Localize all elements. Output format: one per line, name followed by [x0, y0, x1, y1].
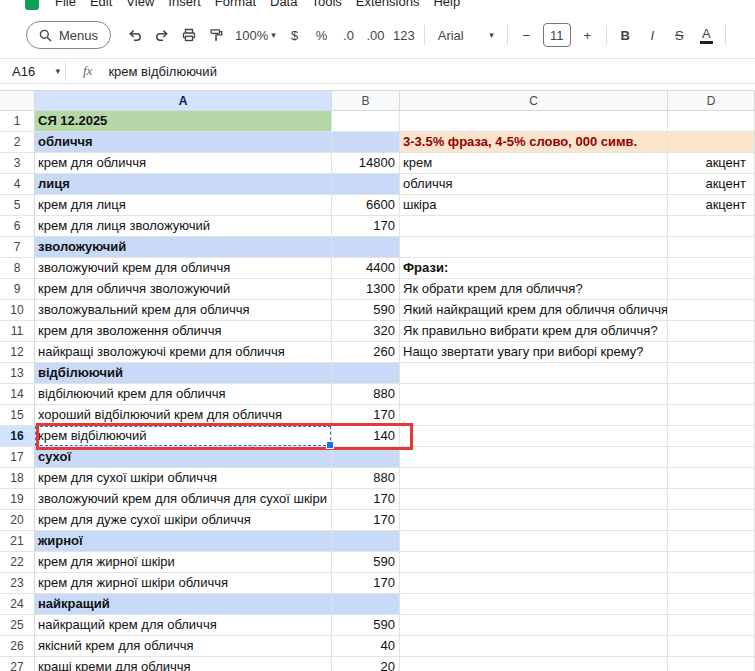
- cell-c9[interactable]: Як обрати крем для обличчя?: [400, 279, 668, 300]
- cell-a5[interactable]: крем для лиця: [35, 195, 332, 216]
- cell-a1[interactable]: СЯ 12.2025: [35, 111, 332, 132]
- font-size-input[interactable]: 11: [543, 23, 571, 47]
- row-header-24[interactable]: 24: [0, 594, 35, 615]
- menu-extensions[interactable]: Extensions: [349, 0, 427, 9]
- cell-b7[interactable]: [332, 237, 400, 258]
- cell-c4[interactable]: обличчя: [400, 174, 668, 195]
- row-header-18[interactable]: 18: [0, 468, 35, 489]
- cell-c5[interactable]: шкіра: [400, 195, 668, 216]
- cell-b13[interactable]: [332, 363, 400, 384]
- italic-button[interactable]: I: [639, 21, 666, 49]
- cell-b17[interactable]: [332, 447, 400, 468]
- cell-d7[interactable]: [668, 237, 755, 258]
- cell-b6[interactable]: 170: [332, 216, 400, 237]
- cell-a22[interactable]: крем для жирної шкіри: [35, 552, 332, 573]
- cell-d6[interactable]: [668, 216, 755, 237]
- cell-c6[interactable]: [400, 216, 668, 237]
- row-header-9[interactable]: 9: [0, 279, 35, 300]
- cell-a26[interactable]: якісний крем для обличчя: [35, 636, 332, 657]
- cell-d20[interactable]: [668, 510, 755, 531]
- redo-button[interactable]: [148, 21, 175, 49]
- row-header-23[interactable]: 23: [0, 573, 35, 594]
- row-header-15[interactable]: 15: [0, 405, 35, 426]
- cell-a15[interactable]: хороший відбілюючий крем для обличчя: [35, 405, 332, 426]
- menu-insert[interactable]: Insert: [161, 0, 208, 9]
- cell-d19[interactable]: [668, 489, 755, 510]
- font-family-select[interactable]: Arial ▾: [430, 21, 502, 49]
- paint-format-button[interactable]: [202, 21, 229, 49]
- row-header-12[interactable]: 12: [0, 342, 35, 363]
- more-formats-button[interactable]: 123: [389, 21, 419, 49]
- cell-a9[interactable]: крем для обличчя зволожуючий: [35, 279, 332, 300]
- cell-d24[interactable]: [668, 594, 755, 615]
- row-header-5[interactable]: 5: [0, 195, 35, 216]
- row-header-6[interactable]: 6: [0, 216, 35, 237]
- row-header-7[interactable]: 7: [0, 237, 35, 258]
- cell-a14[interactable]: відбілюючий крем для обличчя: [35, 384, 332, 405]
- cell-b27[interactable]: 20: [332, 657, 400, 671]
- cell-b12[interactable]: 260: [332, 342, 400, 363]
- sheets-logo-icon[interactable]: [25, 0, 39, 10]
- cell-d11[interactable]: [668, 321, 755, 342]
- cell-c15[interactable]: [400, 405, 668, 426]
- cell-d4[interactable]: акцент: [668, 174, 755, 195]
- cell-b18[interactable]: 880: [332, 468, 400, 489]
- cell-a18[interactable]: крем для сухої шкіри обличчя: [35, 468, 332, 489]
- cell-b10[interactable]: 590: [332, 300, 400, 321]
- menu-file[interactable]: File: [48, 0, 83, 9]
- cell-d22[interactable]: [668, 552, 755, 573]
- cell-c17[interactable]: [400, 447, 668, 468]
- cell-b4[interactable]: [332, 174, 400, 195]
- cell-b16[interactable]: 140: [332, 426, 400, 447]
- cell-d2[interactable]: [668, 132, 755, 153]
- row-header-17[interactable]: 17: [0, 447, 35, 468]
- menu-data[interactable]: Data: [263, 0, 304, 9]
- cell-d10[interactable]: [668, 300, 755, 321]
- cell-b9[interactable]: 1300: [332, 279, 400, 300]
- increase-decimal-button[interactable]: .00: [362, 21, 389, 49]
- cell-b11[interactable]: 320: [332, 321, 400, 342]
- cell-c26[interactable]: [400, 636, 668, 657]
- cell-a7[interactable]: зволожуючий: [35, 237, 332, 258]
- column-header-a[interactable]: A: [35, 90, 332, 111]
- cell-d21[interactable]: [668, 531, 755, 552]
- cell-b2[interactable]: [332, 132, 400, 153]
- cell-a12[interactable]: найкращі зволожуючі креми для обличчя: [35, 342, 332, 363]
- cell-c14[interactable]: [400, 384, 668, 405]
- name-box[interactable]: A16 ▾: [0, 64, 60, 79]
- cell-b26[interactable]: 40: [332, 636, 400, 657]
- cell-c22[interactable]: [400, 552, 668, 573]
- row-header-16[interactable]: 16: [0, 426, 35, 447]
- column-header-c[interactable]: C: [400, 90, 668, 111]
- cell-d25[interactable]: [668, 615, 755, 636]
- cell-a19[interactable]: зволожуючий крем для обличчя для сухої ш…: [35, 489, 332, 510]
- cell-c25[interactable]: [400, 615, 668, 636]
- cell-b1[interactable]: [332, 111, 400, 132]
- cell-d23[interactable]: [668, 573, 755, 594]
- cell-a16[interactable]: крем відбілюючий: [35, 426, 332, 447]
- cell-a20[interactable]: крем для дуже сухої шкіри обличчя: [35, 510, 332, 531]
- cell-a24[interactable]: найкращий: [35, 594, 332, 615]
- format-currency-button[interactable]: $: [281, 21, 308, 49]
- increase-font-size-button[interactable]: +: [574, 21, 601, 49]
- menu-tools[interactable]: Tools: [304, 0, 348, 9]
- formula-input[interactable]: крем відбілюючий: [108, 64, 217, 79]
- cell-c8[interactable]: Фрази:: [400, 258, 668, 279]
- column-header-d[interactable]: D: [668, 90, 755, 111]
- cell-d5[interactable]: акцент: [668, 195, 755, 216]
- row-header-2[interactable]: 2: [0, 132, 35, 153]
- column-header-b[interactable]: B: [332, 90, 400, 111]
- cell-d9[interactable]: [668, 279, 755, 300]
- strikethrough-button[interactable]: S: [666, 21, 693, 49]
- decrease-decimal-button[interactable]: .0: [335, 21, 362, 49]
- cell-b19[interactable]: 170: [332, 489, 400, 510]
- cell-d16[interactable]: [668, 426, 755, 447]
- cell-a6[interactable]: крем для лиця зволожуючий: [35, 216, 332, 237]
- cell-d18[interactable]: [668, 468, 755, 489]
- cell-a2[interactable]: обличчя: [35, 132, 332, 153]
- cell-a11[interactable]: крем для зволоження обличчя: [35, 321, 332, 342]
- cell-b25[interactable]: 590: [332, 615, 400, 636]
- cell-b21[interactable]: [332, 531, 400, 552]
- row-header-13[interactable]: 13: [0, 363, 35, 384]
- cell-d27[interactable]: [668, 657, 755, 671]
